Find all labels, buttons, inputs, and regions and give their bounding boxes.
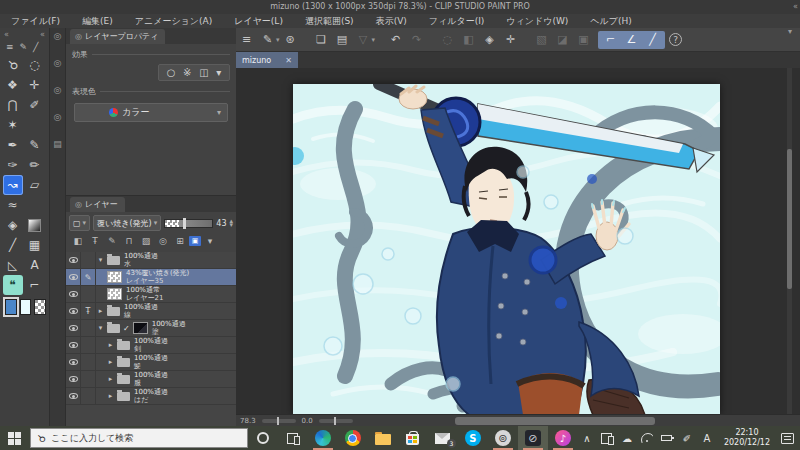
main-color-swatch[interactable] bbox=[5, 299, 17, 315]
file-explorer-app[interactable] bbox=[368, 426, 398, 450]
tool-tab-pen-icon[interactable]: ✎ bbox=[20, 42, 28, 52]
magic-wand-tool[interactable]: ✶ bbox=[3, 115, 23, 135]
pencil-tool[interactable]: ✏ bbox=[25, 155, 45, 175]
selection-border-2-icon[interactable]: ◪ bbox=[553, 31, 572, 49]
clip-studio-paint-app[interactable]: ⊘ bbox=[518, 426, 548, 450]
expand-closed-icon[interactable]: ▸ bbox=[106, 358, 115, 366]
border-effect-icon[interactable]: ○ bbox=[167, 67, 176, 78]
transparent-color-swatch[interactable] bbox=[34, 299, 46, 315]
save-file-dropdown-icon[interactable]: ▾ bbox=[372, 36, 376, 44]
battery-button[interactable] bbox=[658, 426, 676, 450]
notification-center-button[interactable] bbox=[778, 426, 796, 450]
line-tool[interactable]: ╱ bbox=[3, 235, 23, 255]
layer-row-髪[interactable]: ▸100%通過髪 bbox=[66, 354, 236, 371]
cortana-button[interactable] bbox=[248, 426, 278, 450]
mail-app[interactable]: 3 bbox=[428, 426, 458, 450]
command-bar-chevron-icon[interactable]: ▾ bbox=[788, 27, 792, 36]
layer-color-icon[interactable]: ▣ bbox=[189, 236, 201, 246]
text-tool[interactable]: A bbox=[25, 255, 45, 275]
main-menu-icon[interactable]: ≡ bbox=[237, 31, 256, 49]
tool-tab-line-icon[interactable]: ╱ bbox=[33, 42, 38, 52]
draft-layer-icon[interactable]: ✎ bbox=[104, 234, 120, 248]
layer-row-水[interactable]: ▾100%通過水 bbox=[66, 252, 236, 269]
selection-border-3-icon[interactable]: ▣ bbox=[574, 31, 593, 49]
new-canvas-icon[interactable]: ❏ bbox=[312, 31, 331, 49]
layer-row-剣[interactable]: ▸100%通過剣 bbox=[66, 337, 236, 354]
layer-extra-icon[interactable]: Ŧ bbox=[81, 303, 96, 319]
layer-color-effect-icon[interactable]: ◫ bbox=[199, 67, 208, 78]
lock-transparent-pixels-icon[interactable]: ▨ bbox=[138, 234, 154, 248]
opacity-slider[interactable] bbox=[164, 219, 213, 228]
taskbar-search-input[interactable]: ⚲ ここに入力して検索 bbox=[30, 428, 248, 448]
tone-effect-icon[interactable]: ※ bbox=[183, 67, 191, 78]
menu-item-edit[interactable]: 編集(E) bbox=[71, 14, 124, 28]
fill-bucket-tool[interactable]: ◈ bbox=[3, 215, 23, 235]
snap-to-special-ruler-icon[interactable]: ∠ bbox=[622, 31, 641, 49]
lasso-tool[interactable]: ⋂ bbox=[3, 95, 23, 115]
task-view-button[interactable] bbox=[278, 426, 308, 450]
pen-input-button[interactable]: ✐ bbox=[678, 426, 696, 450]
expand-open-icon[interactable]: ▾ bbox=[96, 256, 105, 264]
airbrush-tool[interactable]: ✑ bbox=[3, 155, 23, 175]
ime-mode-button[interactable]: A bbox=[698, 426, 716, 450]
tab-layer-property[interactable]: ◎ レイヤープロパティ bbox=[70, 29, 165, 44]
hiddens-button-button[interactable]: ∧ bbox=[578, 426, 596, 450]
start-button[interactable] bbox=[0, 426, 30, 450]
reference-layer-icon[interactable]: Ŧ bbox=[87, 234, 103, 248]
layer-visibility-toggle[interactable] bbox=[66, 371, 81, 387]
menu-item-window[interactable]: ウィンドウ(W) bbox=[495, 14, 579, 28]
wifi-button[interactable] bbox=[638, 426, 656, 450]
correction-line-tool[interactable]: ⌐ bbox=[25, 275, 45, 295]
selection-border-1-icon[interactable]: ▧ bbox=[532, 31, 551, 49]
expression-color-dropdown[interactable]: カラー ▾ bbox=[74, 103, 228, 122]
select-tool[interactable]: ◌ bbox=[25, 55, 45, 75]
open-file-icon[interactable]: ▤ bbox=[333, 31, 352, 49]
layer-visibility-toggle[interactable] bbox=[66, 337, 81, 353]
menu-item-help[interactable]: ヘルプ(H) bbox=[579, 14, 642, 28]
snap-to-ruler-icon[interactable]: ⌐ bbox=[601, 31, 620, 49]
skype-app[interactable]: S bbox=[458, 426, 488, 450]
layer-color-dropdown-icon[interactable]: ▾ bbox=[202, 234, 218, 248]
save-file-icon[interactable]: ▽ bbox=[354, 31, 373, 49]
undo-icon[interactable]: ↶ bbox=[386, 31, 405, 49]
microsoft-store-app[interactable] bbox=[398, 426, 428, 450]
show-ruler-icon[interactable]: ⊞ bbox=[172, 234, 188, 248]
material-dock-1-icon[interactable]: ◎ bbox=[54, 58, 62, 68]
close-icon[interactable]: ✕ bbox=[285, 56, 292, 65]
layer-row-レイヤー21[interactable]: 100%通常レイヤー21 bbox=[66, 286, 236, 303]
taskbar-clock[interactable]: 22:10 2020/12/12 bbox=[716, 428, 778, 448]
layer-visibility-toggle[interactable] bbox=[66, 269, 81, 285]
edge-app[interactable] bbox=[308, 426, 338, 450]
menu-item-file[interactable]: ファイル(F) bbox=[0, 14, 71, 28]
rotation-slider[interactable] bbox=[319, 419, 353, 423]
balloon-tool[interactable]: ❝ bbox=[3, 275, 23, 295]
quick-access-dock-icon[interactable]: ◎ bbox=[54, 31, 62, 41]
clip-to-layer-below-icon[interactable]: ◧ bbox=[70, 234, 86, 248]
canvas-artwork[interactable] bbox=[293, 84, 720, 415]
vertical-scrollbar[interactable] bbox=[787, 68, 792, 414]
menu-item-filter[interactable]: フィルター(I) bbox=[418, 14, 496, 28]
expand-closed-icon[interactable]: ▸ bbox=[106, 341, 115, 349]
layer-row-レイヤー35[interactable]: ✎43%覆い焼き(発光)レイヤー35 bbox=[66, 269, 236, 286]
material-dock-4-icon[interactable]: ▤ bbox=[53, 139, 62, 149]
layer-row-塗[interactable]: ▾✓100%通過塗 bbox=[66, 320, 236, 337]
layer-extra-icon[interactable]: ✎ bbox=[81, 269, 96, 285]
layer-visibility-toggle[interactable] bbox=[66, 286, 81, 302]
meet-now-button[interactable] bbox=[598, 426, 616, 450]
tool-palette-collapse-right-icon[interactable]: « bbox=[40, 30, 45, 39]
itunes-app[interactable]: ♪ bbox=[548, 426, 578, 450]
crop-icon[interactable]: ✛ bbox=[501, 31, 520, 49]
expand-open-icon[interactable]: ▾ bbox=[96, 324, 105, 332]
onedrive-button[interactable]: ☁ bbox=[618, 426, 636, 450]
menu-item-view[interactable]: 表示(V) bbox=[365, 14, 418, 28]
pen-tool[interactable]: ✒ bbox=[3, 135, 23, 155]
palette-color-dropdown[interactable]: ▢▾ bbox=[69, 215, 90, 231]
pen-tool-2[interactable]: ✎ bbox=[25, 135, 45, 155]
tool-palette-menu-icon[interactable]: ≡ bbox=[6, 42, 14, 52]
blend-mode-dropdown[interactable]: 覆い焼き(発光)▾ bbox=[93, 215, 161, 231]
clip-studio-app[interactable]: ⊚ bbox=[488, 426, 518, 450]
smudge-tool[interactable]: ≈ bbox=[3, 195, 23, 215]
fill-icon[interactable]: ◈ bbox=[480, 31, 499, 49]
opacity-stepper[interactable]: ▴▾ bbox=[229, 219, 233, 227]
pen-pressure-settings-icon[interactable]: ✎ bbox=[258, 31, 277, 49]
